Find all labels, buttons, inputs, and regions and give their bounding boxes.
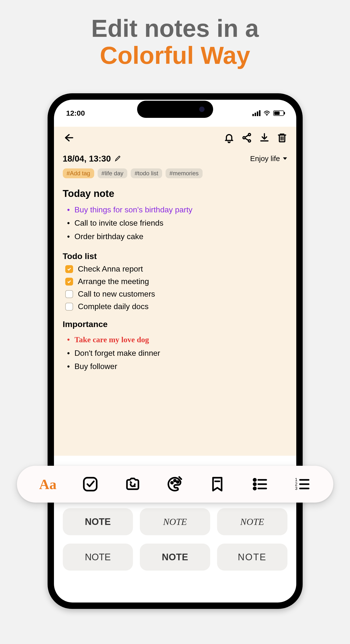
font-option[interactable]: NOTE <box>217 508 288 535</box>
wifi-icon <box>263 110 270 116</box>
numbered-list-button[interactable]: 123 <box>294 476 311 493</box>
app-header <box>63 127 288 149</box>
checkbox-icon[interactable] <box>65 303 73 310</box>
download-button[interactable] <box>259 132 270 143</box>
palette-button[interactable] <box>166 476 183 493</box>
category-label: Enjoy life <box>250 154 280 163</box>
todo-text: Call to new customers <box>78 290 155 298</box>
device-notch <box>137 101 213 118</box>
editor-toolbar: Aa 123 <box>17 466 333 502</box>
category-selector[interactable]: Enjoy life <box>250 154 288 163</box>
note-title[interactable]: Today note <box>63 188 288 199</box>
screen: 12:00 <box>54 100 296 602</box>
delete-button[interactable] <box>277 132 288 143</box>
todo-item[interactable]: Arrange the meeting <box>63 277 288 286</box>
reminder-button[interactable] <box>224 132 235 143</box>
checkbox-icon[interactable] <box>65 265 73 273</box>
font-option[interactable]: NOTE <box>63 508 133 535</box>
chevron-down-icon <box>283 156 288 161</box>
font-option[interactable]: NOTE <box>63 544 133 570</box>
timestamp[interactable]: 18/04, 13:30 <box>63 154 121 164</box>
bullet-list-button[interactable] <box>251 476 268 493</box>
bullet-item[interactable]: Buy things for son's birthday party <box>63 203 288 216</box>
svg-point-8 <box>254 479 256 481</box>
timestamp-text: 18/04, 13:30 <box>63 154 111 164</box>
checklist-button[interactable] <box>82 476 99 493</box>
todo-item[interactable]: Check Anna report <box>63 264 288 274</box>
back-button[interactable] <box>63 132 74 143</box>
bullet-item[interactable]: Take care my love dog <box>63 333 288 346</box>
svg-text:3: 3 <box>295 486 298 491</box>
bullet-item[interactable]: Buy follower <box>63 360 288 373</box>
edit-timestamp-icon <box>114 155 121 162</box>
text-style-button[interactable]: Aa <box>39 476 56 493</box>
importance-bullets[interactable]: Take care my love dog Don't forget make … <box>63 333 288 373</box>
todo-text: Check Anna report <box>78 264 143 274</box>
svg-rect-4 <box>84 478 97 491</box>
tag-row: #Add tag #life day #todo list #memories <box>63 168 288 178</box>
svg-point-6 <box>174 480 176 482</box>
todo-heading[interactable]: Todo list <box>63 252 288 261</box>
svg-point-7 <box>177 481 179 483</box>
font-option[interactable]: NOTE <box>140 508 210 535</box>
todo-text: Complete daily docs <box>78 302 149 311</box>
importance-heading[interactable]: Importance <box>63 320 288 329</box>
note-meta: 18/04, 13:30 Enjoy life <box>63 154 288 164</box>
font-option[interactable]: NOTE <box>217 544 288 570</box>
add-tag-button[interactable]: #Add tag <box>63 168 94 178</box>
todo-item[interactable]: Call to new customers <box>63 290 288 298</box>
tag-chip[interactable]: #life day <box>98 168 127 178</box>
bullet-item[interactable]: Order birthday cake <box>63 230 288 243</box>
signal-icon <box>252 110 261 116</box>
checkbox-icon[interactable] <box>65 278 73 286</box>
headline-line-1: Edit notes in a <box>0 15 350 42</box>
headline-line-2: Colorful Way <box>0 42 350 69</box>
tag-chip[interactable]: #todo list <box>131 168 162 178</box>
checkbox-icon[interactable] <box>65 290 73 298</box>
phone-frame: 12:00 <box>47 93 303 609</box>
todo-item[interactable]: Complete daily docs <box>63 302 288 311</box>
marketing-headline: Edit notes in a Colorful Way <box>0 15 350 69</box>
svg-point-0 <box>266 115 267 116</box>
tag-chip[interactable]: #memories <box>166 168 203 178</box>
todo-text: Arrange the meeting <box>78 277 149 286</box>
note-editor: 18/04, 13:30 Enjoy life #Add tag #life d… <box>54 127 296 456</box>
svg-point-5 <box>171 482 173 484</box>
battery-icon <box>273 110 284 116</box>
bullet-item[interactable]: Don't forget make dinner <box>63 346 288 360</box>
clock: 12:00 <box>66 109 85 117</box>
svg-point-9 <box>254 483 256 485</box>
font-option[interactable]: NOTE <box>140 544 210 570</box>
bullet-item[interactable]: Call to invite close friends <box>63 216 288 230</box>
share-button[interactable] <box>241 132 252 143</box>
camera-button[interactable] <box>124 476 141 493</box>
bookmark-button[interactable] <box>209 476 226 493</box>
note-bullets[interactable]: Buy things for son's birthday party Call… <box>63 203 288 243</box>
svg-point-10 <box>254 487 256 490</box>
